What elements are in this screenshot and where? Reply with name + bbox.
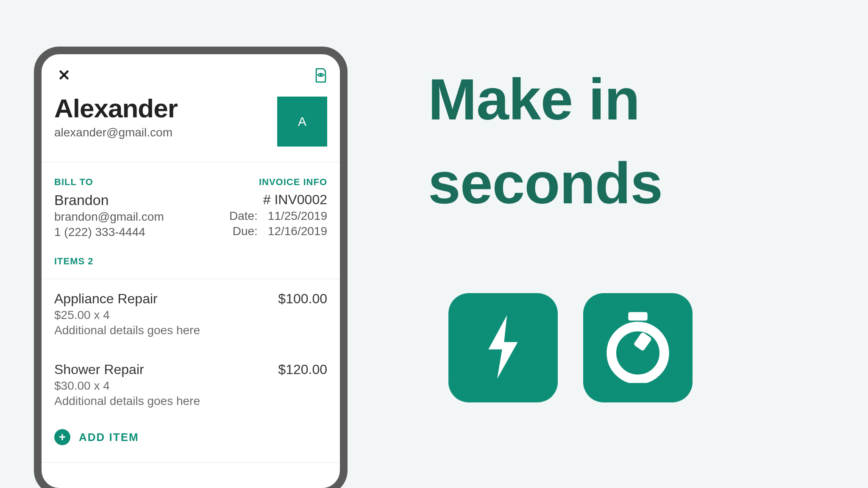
invoice-due-value: 12/16/2019 <box>268 225 327 238</box>
bill-to-phone: 1 (222) 333-4444 <box>54 225 164 239</box>
invoice-date-value: 11/25/2019 <box>268 209 327 223</box>
bill-to-block[interactable]: BILL TO Brandon brandon@gmail.com 1 (222… <box>54 177 164 239</box>
item-calc: $25.00 x 4 <box>54 308 200 322</box>
invoice-date-row: Date: 11/25/2019 <box>228 209 327 223</box>
invoice-info-block[interactable]: INVOICE INFO # INV0002 Date: 11/25/2019 … <box>228 177 327 239</box>
bill-to-name: Brandon <box>54 192 164 208</box>
items-count-label: ITEMS 2 <box>54 256 327 267</box>
promo-tiles <box>448 293 693 402</box>
top-bar: ✕ <box>42 54 340 89</box>
item-amount: $120.00 <box>278 362 327 408</box>
item-details: Additional details goes here <box>54 394 200 408</box>
phone-mockup: ✕ Alexander alexander@gmail.com A BILL T… <box>34 47 348 488</box>
item-details: Additional details goes here <box>54 324 200 337</box>
svg-rect-3 <box>633 332 652 351</box>
info-row: BILL TO Brandon brandon@gmail.com 1 (222… <box>42 162 340 256</box>
close-icon[interactable]: ✕ <box>54 66 74 85</box>
sender-name: Alexander <box>54 93 178 123</box>
item-calc: $30.00 x 4 <box>54 379 200 393</box>
invoice-due-label: Due: <box>228 225 258 238</box>
promo-line-1: Make in <box>428 70 662 128</box>
stopwatch-icon <box>602 311 674 385</box>
invoice-screen: ✕ Alexander alexander@gmail.com A BILL T… <box>42 54 340 488</box>
invoice-header: Alexander alexander@gmail.com A <box>42 89 340 162</box>
invoice-date-label: Date: <box>228 209 258 223</box>
bill-to-email: brandon@gmail.com <box>54 210 164 224</box>
preview-document-icon[interactable] <box>314 68 327 83</box>
invoice-info-label: INVOICE INFO <box>228 177 327 188</box>
add-item-label: ADD ITEM <box>79 431 139 444</box>
line-item[interactable]: Shower Repair $30.00 x 4 Additional deta… <box>42 350 340 421</box>
promo-headline: Make in seconds <box>428 70 662 212</box>
items-header: ITEMS 2 <box>42 256 340 279</box>
sender-block[interactable]: Alexander alexander@gmail.com <box>54 93 178 139</box>
item-amount: $100.00 <box>278 291 327 337</box>
svg-point-0 <box>320 74 322 76</box>
sender-avatar[interactable]: A <box>277 97 327 147</box>
invoice-due-row: Due: 12/16/2019 <box>228 225 327 238</box>
item-title: Shower Repair <box>54 362 200 377</box>
stopwatch-tile <box>583 293 693 402</box>
sender-email: alexander@gmail.com <box>54 126 178 139</box>
lightning-tile <box>448 293 558 402</box>
line-item[interactable]: Appliance Repair $25.00 x 4 Additional d… <box>42 279 340 350</box>
svg-point-2 <box>612 327 665 380</box>
plus-icon: + <box>54 429 70 445</box>
add-item-button[interactable]: + ADD ITEM <box>42 421 340 463</box>
avatar-initial: A <box>298 114 306 129</box>
promo-line-2: seconds <box>428 154 662 212</box>
invoice-number: # INV0002 <box>228 192 327 208</box>
svg-rect-1 <box>628 312 647 321</box>
bill-to-label: BILL TO <box>54 177 164 188</box>
item-title: Appliance Repair <box>54 291 200 307</box>
lightning-icon <box>476 315 531 380</box>
